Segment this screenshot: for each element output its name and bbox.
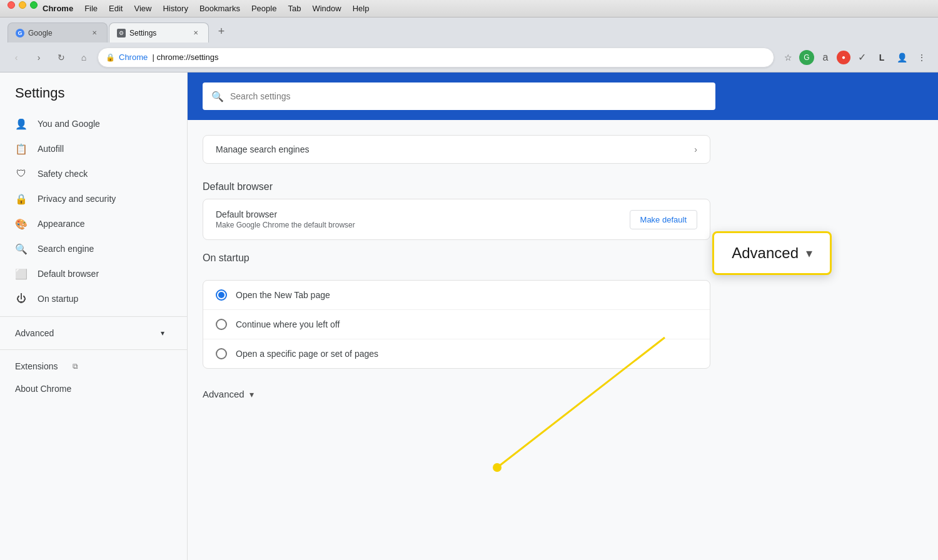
search-bar-area: 🔍 [188, 72, 938, 120]
more-menu-icon[interactable]: ⋮ [913, 49, 930, 66]
g-icon: G [16, 29, 24, 38]
default-browser-heading: Default browser [188, 169, 938, 199]
tab-settings-close[interactable]: ✕ [191, 28, 201, 38]
tab-settings[interactable]: ⚙ Settings ✕ [109, 22, 209, 42]
advanced-bottom-label: Advanced [203, 389, 245, 399]
tab-google-title: Google [28, 29, 86, 38]
tab-google[interactable]: G Google ✕ [8, 22, 108, 42]
advanced-bottom-area[interactable]: Advanced ▾ [188, 369, 938, 399]
sidebar-label-autofill: Autofill [38, 144, 64, 154]
sidebar-label-you-and-google: You and Google [38, 119, 100, 129]
external-link-icon: ⧉ [73, 362, 78, 371]
tab-google-close[interactable]: ✕ [89, 28, 99, 38]
sidebar-divider-2 [0, 349, 187, 350]
sidebar-label-appearance: Appearance [38, 219, 85, 229]
radio-new-tab[interactable] [216, 289, 227, 301]
ext-amazon-icon[interactable]: a [817, 49, 834, 66]
sidebar-item-you-and-google[interactable]: 👤 You and Google [0, 111, 179, 136]
menu-window[interactable]: Window [312, 4, 341, 13]
ext-l-icon[interactable]: L [873, 49, 890, 66]
manage-search-engines-item[interactable]: Manage search engines › [203, 135, 710, 164]
menu-bookmarks[interactable]: Bookmarks [199, 4, 240, 13]
sidebar-item-default-browser[interactable]: ⬜ Default browser [0, 261, 179, 286]
menu-view[interactable]: View [134, 4, 151, 13]
advanced-highlight-chevron: ▾ [806, 246, 812, 261]
radio-inner-new-tab [218, 292, 224, 298]
sidebar-header: Settings [0, 72, 187, 111]
sidebar-item-safety-check[interactable]: 🛡 Safety check [0, 161, 179, 186]
menu-help[interactable]: Help [353, 4, 370, 13]
traffic-lights [8, 1, 43, 14]
chevron-down-icon: ▾ [161, 329, 164, 338]
sidebar-title: Settings [15, 85, 172, 101]
manage-search-engines-label: Manage search engines [216, 144, 309, 154]
menu-file[interactable]: File [84, 4, 98, 13]
arrow-icon: › [694, 144, 697, 154]
sidebar-advanced[interactable]: Advanced ▾ [0, 322, 179, 344]
startup-option-continue-label: Continue where you left off [236, 319, 340, 329]
ext-rooster-icon[interactable]: G [799, 50, 814, 65]
google-favicon: G [16, 29, 24, 38]
reload-button[interactable]: ↻ [53, 49, 70, 66]
home-button[interactable]: ⌂ [75, 49, 93, 66]
sidebar-label-privacy-security: Privacy and security [38, 194, 116, 204]
sidebar-item-autofill[interactable]: 📋 Autofill [0, 136, 179, 161]
menu-edit[interactable]: Edit [109, 4, 123, 13]
appearance-icon: 🎨 [15, 218, 28, 230]
tab-bar: G Google ✕ ⚙ Settings ✕ + [0, 18, 938, 42]
close-window-button[interactable] [8, 1, 15, 9]
profile-icon[interactable]: 👤 [893, 49, 910, 66]
sidebar-label-safety-check: Safety check [38, 169, 88, 179]
startup-options-list: Open the New Tab page Continue where you… [203, 280, 710, 369]
radio-continue[interactable] [216, 319, 227, 330]
ext-red-icon[interactable]: ● [837, 51, 850, 64]
bookmark-icon[interactable]: ☆ [779, 49, 797, 66]
content-area: 🔍 Manage search engines › Default browse… [188, 72, 938, 560]
startup-option-specific-page[interactable]: Open a specific page or set of pages [203, 339, 710, 368]
advanced-bottom-chevron: ▾ [250, 389, 254, 399]
browser-icon: ⬜ [15, 268, 28, 280]
sidebar-about-chrome[interactable]: About Chrome [0, 378, 179, 400]
startup-option-continue[interactable]: Continue where you left off [203, 310, 710, 339]
sidebar-label-default-browser: Default browser [38, 269, 99, 279]
menu-bar: Chrome File Edit View History Bookmarks … [43, 4, 369, 13]
manage-search-engines-section: Manage search engines › [188, 120, 725, 164]
on-startup-section: Open the New Tab page Continue where you… [188, 270, 725, 369]
page-wrapper: Chrome File Edit View History Bookmarks … [0, 0, 938, 560]
menu-history[interactable]: History [163, 4, 188, 13]
radio-specific-page[interactable] [216, 348, 227, 359]
sidebar-item-on-startup[interactable]: ⏻ On startup [0, 286, 179, 311]
sidebar-item-search-engine[interactable]: 🔍 Search engine [0, 236, 179, 261]
address-input-wrapper[interactable]: 🔒 Chrome | chrome://settings [98, 48, 774, 68]
minimize-window-button[interactable] [19, 1, 26, 9]
forward-button[interactable]: › [30, 49, 48, 66]
shield-icon: 🛡 [15, 168, 28, 180]
ext-check-icon[interactable]: ✓ [853, 49, 870, 66]
default-browser-subtitle: Make Google Chrome the default browser [216, 221, 355, 229]
sidebar-label-on-startup: On startup [38, 294, 78, 304]
default-browser-section: Default browser Make Google Chrome the d… [188, 199, 725, 240]
advanced-highlight-label: Advanced [732, 244, 799, 262]
new-tab-button[interactable]: + [213, 22, 230, 40]
lock-sidebar-icon: 🔒 [15, 192, 28, 205]
manage-search-engines-row[interactable]: Manage search engines › [203, 136, 710, 163]
default-browser-card: Default browser Make Google Chrome the d… [203, 199, 710, 240]
back-button[interactable]: ‹ [8, 49, 25, 66]
settings-favicon: ⚙ [117, 29, 126, 38]
maximize-window-button[interactable] [30, 1, 38, 9]
sidebar: Settings 👤 You and Google 📋 Autofill 🛡 S… [0, 72, 188, 560]
menu-people[interactable]: People [251, 4, 276, 13]
sidebar-item-appearance[interactable]: 🎨 Appearance [0, 211, 179, 236]
startup-option-new-tab[interactable]: Open the New Tab page [203, 281, 710, 310]
search-input[interactable] [230, 91, 707, 101]
startup-option-specific-page-label: Open a specific page or set of pages [236, 349, 378, 359]
search-input-wrapper[interactable]: 🔍 [203, 82, 715, 110]
make-default-button[interactable]: Make default [630, 210, 697, 229]
sidebar-extensions[interactable]: Extensions ⧉ [0, 355, 179, 378]
search-engine-icon: 🔍 [15, 242, 28, 255]
menu-chrome[interactable]: Chrome [43, 4, 73, 13]
advanced-dropdown-highlight[interactable]: Advanced ▾ [712, 231, 832, 275]
menu-tab[interactable]: Tab [288, 4, 301, 13]
startup-icon: ⏻ [15, 292, 28, 305]
sidebar-item-privacy-security[interactable]: 🔒 Privacy and security [0, 186, 179, 211]
